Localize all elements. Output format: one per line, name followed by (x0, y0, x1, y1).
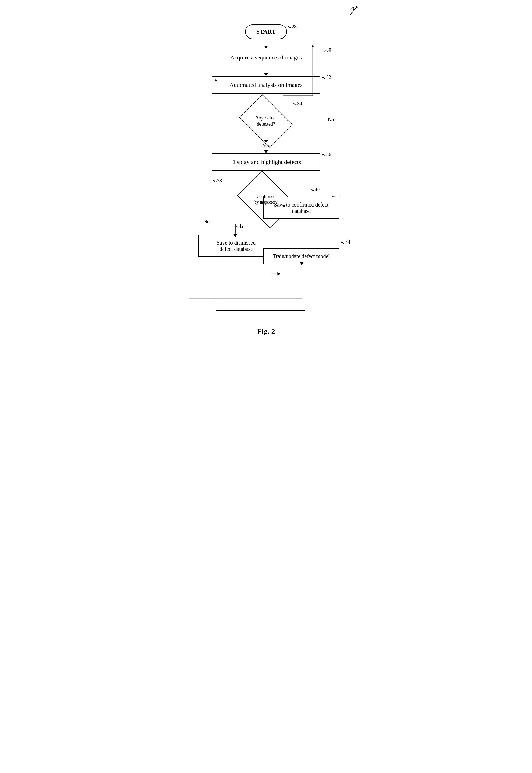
display-label: Display and highlight defects (231, 159, 301, 165)
squiggly-34: 34 (292, 100, 313, 111)
defect-detected-node: Any defectdetected? (239, 103, 293, 139)
squiggly-36: 36 (321, 151, 343, 162)
start-node: START (245, 24, 287, 39)
save-confirmed-label: Save to confirmed defect database (274, 202, 328, 214)
bottom-section: Save to dismisseddefect database 42 Save… (176, 221, 356, 313)
train-node: Train/update defect model (263, 248, 339, 264)
arrow-defect-yes-part1 (266, 139, 266, 143)
svg-line-0 (350, 7, 357, 15)
train-node-wrapper: Train/update defect model 44 (263, 248, 339, 264)
svg-text:44: 44 (345, 240, 350, 245)
svg-text:28: 28 (292, 24, 297, 29)
caption-text: Fig. 2 (257, 327, 275, 335)
arrow-acquire-to-analysis (266, 66, 266, 76)
defect-label: Any defectdetected? (255, 115, 277, 127)
acquire-label: Acquire a sequence of images (230, 54, 302, 61)
squiggly-32: 32 (321, 74, 343, 85)
defect-no-label: No (328, 117, 334, 123)
left-col: Save to dismisseddefect database 42 (198, 235, 274, 257)
squiggly-40: 40 (309, 186, 331, 197)
svg-text:30: 30 (326, 47, 331, 53)
flowchart: START 28 Acquire a sequence of images 30 (176, 24, 356, 313)
start-label: START (257, 28, 276, 35)
save-dismissed-label: Save to dismisseddefect database (217, 240, 255, 252)
squiggly-26 (342, 5, 358, 16)
display-node: Display and highlight defects (212, 153, 320, 171)
defect-yes-label: Yes (262, 143, 270, 148)
svg-text:32: 32 (326, 75, 331, 80)
analysis-label: Automated analysis on images (229, 81, 302, 88)
svg-text:42: 42 (239, 223, 244, 229)
squiggly-42: 42 (233, 223, 255, 233)
svg-text:36: 36 (326, 152, 331, 157)
save-dismissed-node: Save to dismisseddefect database (198, 235, 274, 257)
squiggly-30: 30 (321, 46, 343, 57)
figure-caption: Fig. 2 (176, 327, 356, 336)
svg-text:40: 40 (315, 187, 320, 192)
confirm-label: Confirmedby inspector? (254, 194, 278, 204)
page: 26 START 28 Acquire a sequence of images (171, 5, 361, 352)
analysis-node: Automated analysis on images (212, 76, 320, 94)
squiggly-28: 28 (285, 23, 304, 34)
arrow-start-to-acquire (266, 39, 266, 49)
svg-text:38: 38 (217, 178, 222, 183)
acquire-node: Acquire a sequence of images (212, 49, 320, 66)
svg-text:34: 34 (297, 101, 302, 106)
train-label: Train/update defect model (273, 253, 330, 259)
arrow-defect-yes-part2 (266, 149, 266, 153)
squiggly-44: 44 (340, 239, 362, 250)
squiggly-38: 38 (212, 176, 236, 189)
